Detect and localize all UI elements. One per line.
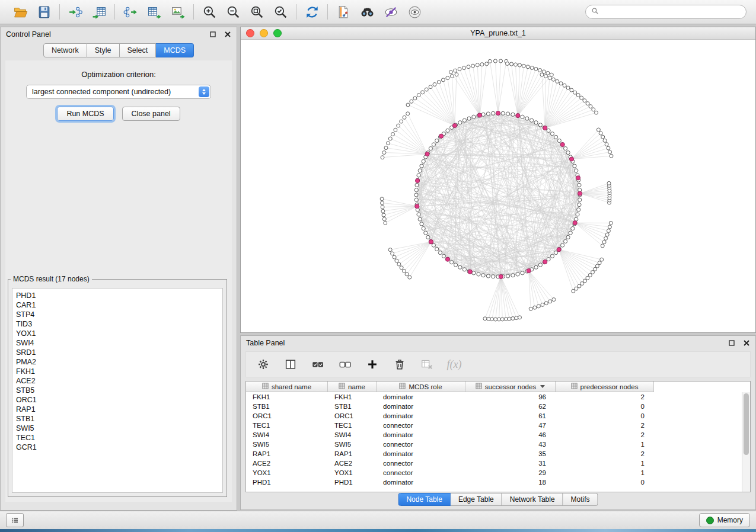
save-session-icon[interactable] (36, 4, 52, 20)
columns-icon[interactable] (283, 357, 298, 372)
mcds-result-item[interactable]: SWI5 (16, 424, 219, 433)
tab-node-table[interactable]: Node Table (398, 493, 451, 506)
cell-successor-nodes: 62 (465, 403, 556, 410)
table-row[interactable]: YOX1YOX1connector291 (246, 468, 750, 477)
column-header-predecessor-nodes[interactable]: predecessor nodes (556, 382, 654, 392)
mcds-result-item[interactable]: PMA2 (16, 357, 219, 367)
tab-network[interactable]: Network (43, 43, 87, 57)
table-header-row: shared namenameMCDS rolesuccessor nodesp… (246, 382, 750, 392)
run-mcds-button[interactable]: Run MCDS (57, 107, 113, 121)
float-table-panel-icon[interactable] (728, 339, 735, 347)
search-box[interactable] (585, 5, 747, 19)
table-scrollbar[interactable] (742, 392, 750, 492)
cell-name: SWI4 (328, 431, 377, 438)
cell-mcds-role: connector (377, 441, 465, 448)
table-row[interactable]: FKH1FKH1dominator962 (246, 392, 750, 402)
clone-network-icon[interactable] (335, 4, 352, 20)
panel-menu-button[interactable] (6, 513, 24, 527)
add-row-icon[interactable] (365, 357, 380, 372)
search-input[interactable] (602, 7, 741, 17)
column-header-shared-name[interactable]: shared name (246, 382, 328, 392)
column-header-name[interactable]: name (328, 382, 377, 392)
tab-style[interactable]: Style (87, 43, 120, 57)
column-header-successor-nodes[interactable]: successor nodes (465, 382, 556, 392)
mcds-result-item[interactable]: ACE2 (16, 376, 219, 386)
combo-stepper-icon (199, 86, 209, 97)
mcds-result-item[interactable]: TEC1 (16, 433, 219, 443)
table-row[interactable]: RAP1RAP1dominator352 (246, 449, 750, 459)
tab-edge-table[interactable]: Edge Table (451, 493, 502, 506)
import-table-icon[interactable] (91, 4, 107, 20)
tab-mcds[interactable]: MCDS (156, 43, 194, 57)
mcds-result-group: MCDS result (17 nodes) PHD1CAR1STP4TID3Y… (8, 275, 227, 497)
table-row[interactable]: TEC1TEC1connector472 (246, 421, 750, 430)
zoom-selected-icon[interactable] (272, 4, 289, 20)
float-panel-icon[interactable] (209, 31, 216, 39)
table-scrollbar-thumb[interactable] (744, 393, 749, 455)
cell-predecessor-nodes: 1 (556, 441, 654, 448)
mcds-result-item[interactable]: RAP1 (16, 405, 219, 414)
export-network-icon[interactable] (122, 4, 139, 20)
mcds-result-item[interactable]: TID3 (16, 319, 219, 329)
select-all-rows-icon[interactable] (310, 357, 326, 372)
deselect-all-rows-icon[interactable] (337, 357, 353, 372)
table-row[interactable]: SWI5SWI5connector431 (246, 440, 750, 449)
table-row[interactable]: ORC1ORC1dominator610 (246, 411, 750, 421)
cell-shared-name: FKH1 (246, 393, 328, 400)
cell-name: YOX1 (328, 469, 377, 476)
maximize-window-icon[interactable] (273, 29, 282, 37)
mcds-result-item[interactable]: STB1 (16, 414, 219, 424)
refresh-icon[interactable] (304, 4, 320, 20)
close-panel-button[interactable]: Close panel (122, 107, 180, 121)
zoom-fit-icon[interactable] (248, 4, 265, 20)
table-settings-icon[interactable] (256, 357, 271, 372)
delete-row-icon[interactable] (392, 357, 407, 372)
mcds-result-item[interactable]: PHD1 (16, 291, 219, 300)
table-row[interactable]: SWI4SWI4dominator462 (246, 430, 750, 440)
cell-name: FKH1 (328, 393, 377, 400)
table-row[interactable]: PHD1PHD1dominator180 (246, 477, 750, 487)
close-table-panel-icon[interactable] (742, 339, 750, 347)
mcds-result-item[interactable]: SRD1 (16, 348, 219, 357)
delete-table-icon (419, 357, 435, 372)
main-toolbar (0, 0, 756, 24)
network-view-window: YPA_prune.txt_1 (240, 27, 756, 333)
mcds-result-item[interactable]: FKH1 (16, 367, 219, 376)
hide-details-icon[interactable] (382, 4, 399, 20)
cell-shared-name: ACE2 (246, 460, 328, 467)
mcds-result-item[interactable]: CAR1 (16, 300, 219, 310)
network-canvas[interactable] (241, 40, 755, 333)
column-label: name (348, 383, 365, 390)
zoom-out-icon[interactable] (225, 4, 241, 20)
mcds-result-item[interactable]: YOX1 (16, 329, 219, 338)
memory-button[interactable]: Memory (699, 513, 750, 527)
import-network-icon[interactable] (67, 4, 84, 20)
cell-shared-name: STB1 (246, 403, 328, 410)
export-image-icon[interactable] (170, 4, 186, 20)
cell-name: RAP1 (328, 450, 377, 457)
close-window-icon[interactable] (246, 29, 254, 37)
mcds-result-item[interactable]: SWI4 (16, 338, 219, 348)
table-row[interactable]: STB1STB1dominator620 (246, 402, 750, 411)
table-panel: Table Panel f(x) shared namenameMCDS rol… (240, 335, 756, 510)
table-row[interactable]: ACE2ACE2connector311 (246, 459, 750, 468)
minimize-window-icon[interactable] (260, 29, 268, 37)
column-header-mcds-role[interactable]: MCDS role (377, 382, 465, 392)
open-session-icon[interactable] (12, 4, 28, 20)
mcds-result-item[interactable]: STP4 (16, 310, 219, 319)
close-panel-icon[interactable] (224, 31, 231, 39)
zoom-in-icon[interactable] (201, 4, 218, 20)
mcds-result-item[interactable]: ORC1 (16, 395, 219, 405)
export-table-icon[interactable] (146, 4, 162, 20)
mcds-result-item[interactable]: GCR1 (16, 443, 219, 452)
cell-shared-name: ORC1 (246, 412, 328, 419)
mcds-result-item[interactable]: STB5 (16, 386, 219, 395)
tab-motifs[interactable]: Motifs (563, 493, 598, 506)
column-type-icon (571, 383, 578, 390)
find-icon[interactable] (359, 4, 375, 20)
tab-select[interactable]: Select (120, 43, 157, 57)
network-window-title: YPA_prune.txt_1 (241, 29, 755, 37)
show-details-icon[interactable] (406, 4, 423, 20)
tab-network-table[interactable]: Network Table (502, 493, 563, 506)
optimization-criterion-select[interactable]: largest connected component (undirected) (26, 85, 211, 99)
